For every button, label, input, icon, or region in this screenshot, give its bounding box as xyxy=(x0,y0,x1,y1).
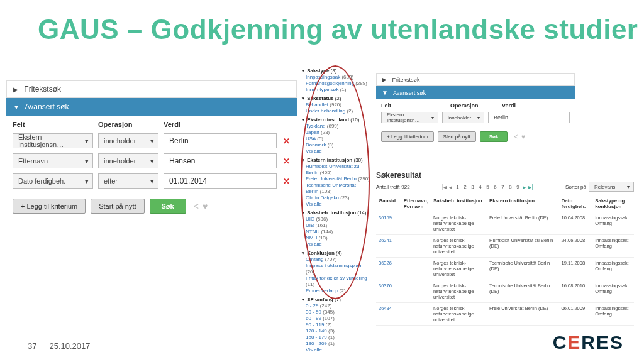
facet-title[interactable]: ▾ Ekstern inst. land (10) xyxy=(302,117,370,123)
pager-page[interactable]: 7 xyxy=(500,184,505,190)
facet-item[interactable]: Technische Universität Berlin (103) xyxy=(302,182,370,195)
add-criterion-button[interactable]: + Legg til kriterium xyxy=(381,131,434,142)
pager-first-icon[interactable]: |◂ xyxy=(442,184,447,190)
operasjon-select[interactable]: inneholder▾ xyxy=(98,153,158,168)
facet-title[interactable]: ▾ Konklusjon (4) xyxy=(302,250,370,256)
table-row[interactable]: 36159Norges teknisk-naturvitenskapelige … xyxy=(376,212,634,235)
facet-title[interactable]: ▾ Saksbeh. institusjon (14) xyxy=(302,210,370,216)
pager-page[interactable]: 9 xyxy=(515,184,520,190)
col-dato[interactable]: Dato ferdigbeh. xyxy=(559,195,593,212)
felt-select[interactable]: Ekstern Institusjonsn…▾ xyxy=(381,112,438,123)
search-button[interactable]: Søk xyxy=(150,199,186,214)
table-row[interactable]: 36376Norges teknisk-naturvitenskapelige … xyxy=(376,280,634,303)
gausid-link[interactable]: 36434 xyxy=(376,303,401,326)
share-icon[interactable]: < xyxy=(514,133,518,140)
facet-item[interactable]: Obirin Daigaku (23) xyxy=(302,195,370,201)
pager-page[interactable]: 6 xyxy=(492,184,497,190)
facet-item[interactable]: Under behandling (2) xyxy=(302,108,370,114)
facet-item[interactable]: Forhåndsgodkjenning (288) xyxy=(302,80,370,87)
accordion-fritekstsok[interactable]: ▶ Fritekstsøk xyxy=(376,73,575,86)
facet-item[interactable]: 60 - 89 (107) xyxy=(302,315,370,322)
facet-item[interactable]: Fritak for deler av vurdering (11) xyxy=(302,275,370,288)
remove-row-icon[interactable]: ✕ xyxy=(282,177,291,186)
pager-page[interactable]: 8 xyxy=(508,184,513,190)
verdi-input[interactable] xyxy=(164,153,277,168)
facet-item[interactable]: Innpassingssak (633) xyxy=(302,74,370,80)
operasjon-select[interactable]: inneholder▾ xyxy=(442,112,484,123)
remove-row-icon[interactable]: ✕ xyxy=(282,156,291,166)
facet-item[interactable]: Tyskland (699) xyxy=(302,123,370,129)
verdi-input[interactable] xyxy=(488,112,570,123)
gausid-link[interactable]: 36326 xyxy=(376,258,401,280)
facet-show-all[interactable]: Vis alle xyxy=(302,148,370,155)
facet-item[interactable]: Innpass i utdanningsplan (26) xyxy=(302,263,370,275)
facet-show-all[interactable]: Vis alle xyxy=(302,241,370,248)
facet-item[interactable]: Humboldt-Universität zu Berlin (455) xyxy=(302,163,370,176)
table-row[interactable]: 36241Norges teknisk-naturvitenskapelige … xyxy=(376,235,634,258)
pager-page[interactable]: 2 xyxy=(462,184,467,190)
remove-row-icon[interactable]: ✕ xyxy=(282,136,291,146)
verdi-input[interactable] xyxy=(164,173,277,189)
facet-item[interactable]: NMH (13) xyxy=(302,235,370,241)
gausid-link[interactable]: 36159 xyxy=(376,212,401,235)
facet-title[interactable]: ▾ Ekstern institusjon (30) xyxy=(302,157,370,163)
facet-title[interactable]: ▾ Sakstype (3) xyxy=(302,68,370,74)
facet-title[interactable]: ▾ SP omfang (7) xyxy=(302,297,370,303)
pager-page[interactable]: 3 xyxy=(470,184,475,190)
col-ekstern-inst[interactable]: Ekstern institusjon xyxy=(487,195,559,212)
heart-icon[interactable]: ♥ xyxy=(521,133,525,140)
facet-item[interactable]: Omfang (707) xyxy=(302,256,370,263)
facet-item[interactable]: UIO (536) xyxy=(302,216,370,222)
operasjon-select[interactable]: inneholder▾ xyxy=(98,133,158,148)
col-saksbeh-inst[interactable]: Saksbeh. institusjon xyxy=(431,195,487,212)
felt-select[interactable]: Dato ferdigbeh.▾ xyxy=(13,173,93,189)
add-criterion-button[interactable]: + Legg til kriterium xyxy=(13,199,86,214)
facet-item[interactable]: 30 - 59 (345) xyxy=(302,309,370,315)
cell-saksbeh: Norges teknisk-naturvitenskapelige unive… xyxy=(431,280,487,303)
reset-button[interactable]: Start på nytt xyxy=(91,199,144,214)
facet-item[interactable]: Emneoverlapp (2) xyxy=(302,288,370,294)
col-gausid[interactable]: Gausid xyxy=(376,195,401,212)
col-sakstype[interactable]: Sakstype og konklusjon xyxy=(592,195,634,212)
search-button[interactable]: Søk xyxy=(480,131,508,142)
facet-item[interactable]: 90 - 119 (2) xyxy=(302,322,370,328)
accordion-avansertsok[interactable]: ▼ Avansert søk xyxy=(376,86,575,99)
facet-list: ▾ Sakstype (3)Innpassingssak (633)Forhån… xyxy=(302,68,370,356)
verdi-input[interactable] xyxy=(164,133,277,148)
table-row[interactable]: 36326Norges teknisk-naturvitenskapelige … xyxy=(376,258,634,280)
pager-prev-icon[interactable]: ◂ xyxy=(449,184,452,190)
pager-page[interactable]: 4 xyxy=(477,184,482,190)
facet-item[interactable]: Innen type søk (1) xyxy=(302,87,370,93)
facet-show-all[interactable]: Vis alle xyxy=(302,347,370,353)
operasjon-select[interactable]: etter▾ xyxy=(98,173,158,189)
facet-item[interactable]: 180 - 209 (1) xyxy=(302,341,370,347)
col-etternavn[interactable]: Etternavn, Fornavn xyxy=(401,195,431,212)
accordion-avansertsok[interactable]: ▼ Avansert søk xyxy=(6,98,297,116)
facet-item[interactable]: 0 - 29 (242) xyxy=(302,303,370,309)
pager-page[interactable]: 1 xyxy=(455,184,460,190)
felt-select[interactable]: Etternavn▾ xyxy=(13,153,93,168)
facet-item[interactable]: NTNU (144) xyxy=(302,229,370,235)
facet-item[interactable]: Danmark (3) xyxy=(302,142,370,148)
facet-item[interactable]: 120 - 149 (3) xyxy=(302,328,370,334)
heart-icon[interactable]: ♥ xyxy=(203,201,208,211)
pager-page[interactable]: 5 xyxy=(485,184,490,190)
accordion-fritekstsok[interactable]: ▶ Fritekstsøk xyxy=(6,80,297,98)
felt-select[interactable]: Ekstern Institusjonsn…▾ xyxy=(13,133,93,148)
facet-title[interactable]: ▾ Saksstatus (2) xyxy=(302,96,370,102)
facet-item[interactable]: 150 - 179 (1) xyxy=(302,334,370,341)
gausid-link[interactable]: 36241 xyxy=(376,235,401,258)
reset-button[interactable]: Start på nytt xyxy=(438,131,476,142)
gausid-link[interactable]: 36376 xyxy=(376,280,401,303)
pager-last-icon[interactable]: ▸| xyxy=(528,184,533,190)
facet-item[interactable]: USA (5) xyxy=(302,136,370,142)
facet-item[interactable]: Japan (23) xyxy=(302,129,370,136)
table-row[interactable]: 36434Norges teknisk-naturvitenskapelige … xyxy=(376,303,634,326)
facet-item[interactable]: Freie Universität Berlin (290) xyxy=(302,176,370,182)
pager-next-icon[interactable]: ▸ xyxy=(523,184,526,190)
facet-show-all[interactable]: Vis alle xyxy=(302,201,370,207)
sort-select[interactable]: Relevans▾ xyxy=(589,182,634,192)
share-icon[interactable]: < xyxy=(194,201,199,211)
facet-item[interactable]: Behandlet (920) xyxy=(302,102,370,108)
facet-item[interactable]: UIB (161) xyxy=(302,222,370,229)
